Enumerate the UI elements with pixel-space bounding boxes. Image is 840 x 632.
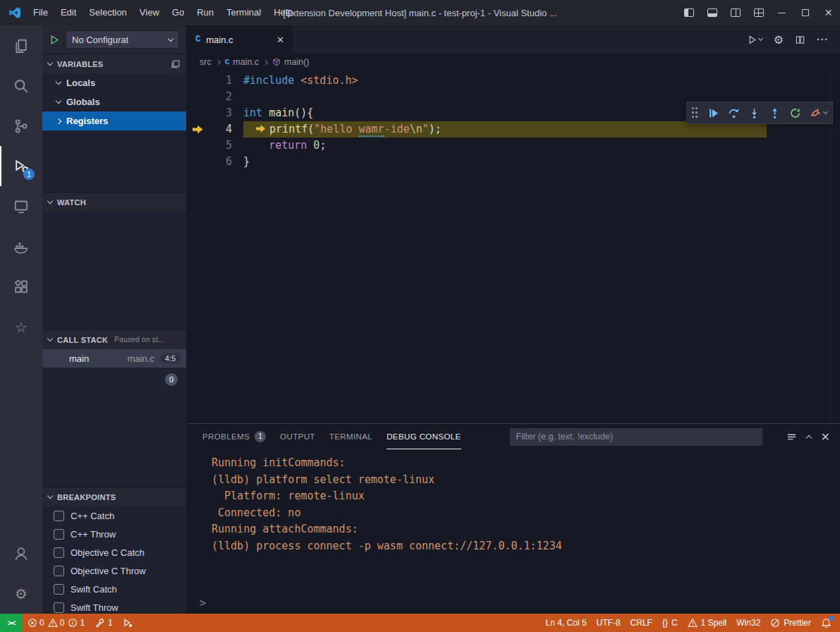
customize-layout-icon[interactable] (747, 0, 770, 25)
code-line[interactable]: 5 return 0; (187, 138, 840, 154)
c-file-icon: C (195, 35, 200, 44)
toggle-sidebar-icon[interactable] (677, 0, 700, 25)
status-right: Ln 4, Col 5 UTF-8 CRLF {} C 1 Spell Win3… (541, 614, 840, 632)
editor-settings-gear-icon[interactable]: ⚙ (774, 33, 784, 47)
breakpoint-item[interactable]: Objective C Catch (42, 543, 186, 561)
output-options-icon[interactable] (786, 432, 797, 442)
code-text: } (243, 154, 250, 170)
variables-item-locals[interactable]: Locals (42, 73, 186, 92)
breakpoints-section-header[interactable]: BREAKPOINTS (42, 487, 186, 506)
variables-item-globals[interactable]: Globals (42, 92, 186, 111)
encoding-indicator[interactable]: UTF-8 (592, 614, 626, 632)
panel-tab-debug-console[interactable]: DEBUG CONSOLE (386, 424, 461, 449)
checkbox-icon[interactable] (54, 602, 64, 613)
editor-tab-bar: C main.c ✕ ⚙ ··· (187, 25, 840, 54)
chevron-right-icon (56, 118, 61, 123)
platform-indicator[interactable]: Win32 (731, 614, 765, 632)
code-token: ( (308, 123, 314, 135)
menubar: FileEditSelectionViewGoRunTerminalHelp (27, 0, 299, 25)
run-file-button[interactable] (747, 35, 762, 45)
watch-section-header[interactable]: WATCH (42, 193, 186, 212)
star-icon[interactable]: ☆ (0, 307, 42, 347)
remote-explorer-icon[interactable] (0, 186, 42, 226)
open-panel-icon[interactable] (171, 59, 181, 69)
call-stack-section-header[interactable]: CALL STACK Paused on st... (42, 330, 186, 349)
maximize-button[interactable] (793, 0, 817, 25)
checkbox-icon[interactable] (54, 547, 64, 558)
spell-checker-status[interactable]: 1 Spell (683, 614, 732, 632)
debug-config-dropdown[interactable]: No Configurat (66, 30, 179, 49)
console-filter-input[interactable] (510, 428, 762, 446)
language-mode[interactable]: {} C (657, 614, 683, 632)
debug-console-input[interactable]: > (187, 592, 840, 614)
breakpoint-item[interactable]: C++ Catch (42, 506, 186, 525)
code-editor[interactable]: 1#include <stdio.h>23int main(){4 printf… (187, 71, 840, 423)
continue-icon[interactable] (704, 104, 722, 122)
close-panel-icon[interactable]: ✕ (821, 430, 830, 444)
close-tab-icon[interactable]: ✕ (276, 35, 284, 45)
step-over-icon[interactable] (724, 104, 743, 122)
variables-item-registers[interactable]: Registers (42, 111, 186, 130)
debug-config-label: No Configurat (72, 35, 128, 45)
code-token (294, 74, 300, 87)
minimize-button[interactable] (770, 0, 793, 25)
more-actions-icon[interactable]: ··· (817, 34, 829, 45)
search-icon[interactable] (0, 66, 42, 106)
checkbox-icon[interactable] (54, 511, 64, 521)
docker-icon[interactable] (0, 226, 42, 267)
drag-handle-icon[interactable] (692, 107, 699, 119)
tool-status[interactable]: 1 (90, 614, 118, 632)
panel-tab-terminal[interactable]: TERMINAL (329, 424, 372, 449)
breadcrumb-symbol[interactable]: main() (272, 57, 309, 67)
account-icon[interactable] (0, 533, 42, 573)
stack-frame-position-badge: 4:5 (160, 353, 181, 363)
eol-indicator[interactable]: CRLF (626, 614, 657, 632)
menu-run[interactable]: Run (190, 0, 220, 25)
menu-file[interactable]: File (27, 0, 54, 25)
source-control-icon[interactable] (0, 106, 42, 146)
menu-go[interactable]: Go (166, 0, 190, 25)
start-debug-icon[interactable] (49, 35, 60, 45)
explorer-icon[interactable] (0, 25, 42, 66)
breakpoint-item[interactable]: C++ Throw (42, 525, 186, 543)
menu-terminal[interactable]: Terminal (220, 0, 267, 25)
split-editor-icon[interactable] (795, 35, 805, 45)
breakpoint-item[interactable]: Swift Catch (42, 580, 186, 598)
step-into-icon[interactable] (745, 104, 763, 122)
breadcrumb-file[interactable]: C main.c (225, 57, 259, 67)
variables-section-header[interactable]: VARIABLES (42, 54, 186, 73)
menu-view[interactable]: View (133, 0, 166, 25)
remote-indicator-button[interactable]: >< (0, 614, 23, 632)
menu-edit[interactable]: Edit (54, 0, 83, 25)
panel-tab-problems[interactable]: PROBLEMS1 (202, 424, 266, 449)
code-line[interactable]: 1#include <stdio.h> (187, 73, 840, 89)
extensions-icon[interactable] (0, 267, 42, 307)
maximize-panel-icon[interactable] (807, 433, 811, 440)
gutter-glyph-margin (187, 138, 208, 154)
restart-icon[interactable] (786, 104, 804, 122)
code-line[interactable]: 6} (187, 154, 840, 170)
formatter-status[interactable]: Prettier (765, 614, 816, 632)
settings-gear-icon[interactable]: ⚙ (0, 573, 42, 614)
step-out-icon[interactable] (765, 104, 784, 122)
close-button[interactable]: ✕ (817, 0, 840, 25)
toggle-secondary-sidebar-icon[interactable] (724, 0, 747, 25)
cursor-position[interactable]: Ln 4, Col 5 (541, 614, 592, 632)
notifications-bell[interactable] (816, 614, 840, 632)
breakpoint-item[interactable]: Objective C Throw (42, 561, 186, 580)
debug-status-icon[interactable] (118, 614, 138, 632)
disconnect-icon[interactable] (806, 104, 824, 122)
checkbox-icon[interactable] (54, 584, 64, 595)
checkbox-icon[interactable] (54, 566, 64, 576)
run-and-debug-icon[interactable]: 1 (0, 146, 42, 186)
menu-selection[interactable]: Selection (83, 0, 133, 25)
problems-status[interactable]: 0 0 1 (23, 614, 90, 632)
tab-main-c[interactable]: C main.c ✕ (187, 25, 293, 54)
breadcrumb-folder[interactable]: src (200, 57, 212, 67)
panel-tab-output[interactable]: OUTPUT (280, 424, 315, 449)
debug-console-output[interactable]: Running initCommands:(lldb) platform sel… (187, 449, 840, 592)
breakpoint-item[interactable]: Swift Throw (42, 598, 186, 614)
stack-frame-row[interactable]: main main.c 4:5 (42, 349, 186, 367)
toggle-panel-icon[interactable] (700, 0, 724, 25)
checkbox-icon[interactable] (54, 529, 64, 540)
